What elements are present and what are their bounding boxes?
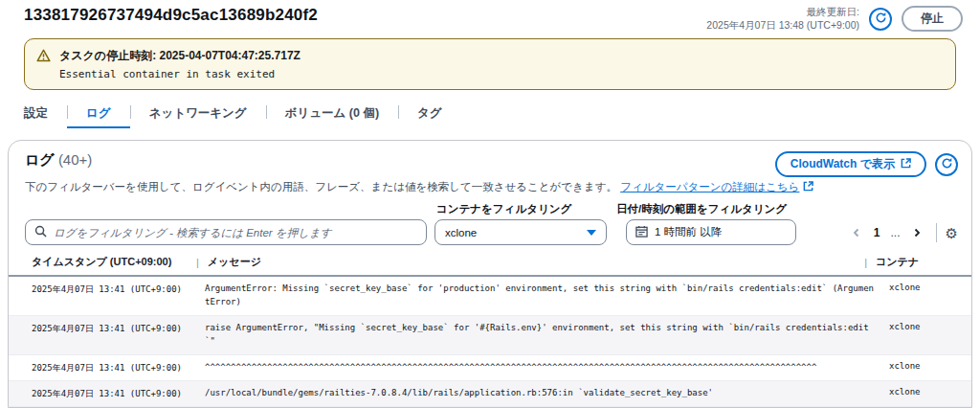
log-filters: コンテナをフィルタリング xclone 日付/時刻の範囲をフィルタリング 1 時… (9, 194, 971, 255)
table-row: 2025年4月07日 13:41 (UTC+9:00)^^^^^^^^^^^^^… (9, 355, 971, 381)
log-filter-input[interactable] (54, 227, 417, 238)
tab-tags[interactable]: タグ (398, 100, 461, 128)
container-filter-label: コンテナをフィルタリング (436, 202, 607, 216)
page-header: 133817926737494d9c5ac13689b240f2 最終更新日: … (0, 0, 980, 34)
log-panel-header: ログ (40+) CloudWatch で表示 (9, 141, 971, 177)
tab-logs[interactable]: ログ (67, 100, 130, 128)
cell-timestamp: 2025年4月07日 13:41 (UTC+9:00) (32, 283, 205, 296)
cell-message: ArgumentError: Missing `secret_key_base`… (205, 283, 889, 309)
warning-icon (36, 49, 51, 80)
table-row: 2025年4月07日 13:41 (UTC+9:00)/usr/local/bu… (9, 381, 971, 407)
page-ellipsis[interactable]: ... (887, 226, 904, 239)
col-header-container: コンテナ (876, 255, 958, 269)
calendar-icon (635, 225, 648, 239)
log-search-box[interactable] (25, 219, 427, 245)
date-range-filter: 日付/時刻の範囲をフィルタリング 1 時間前 以降 (616, 202, 796, 245)
page-number-current[interactable]: 1 (869, 226, 885, 239)
external-link-icon (803, 181, 813, 193)
tab-networking[interactable]: ネットワーキング (130, 100, 266, 128)
alert-message: Essential container in task exited (59, 68, 301, 80)
log-refresh-button[interactable] (935, 153, 958, 176)
date-filter-label: 日付/時刻の範囲をフィルタリング (616, 202, 796, 216)
cloudwatch-button-label: CloudWatch で表示 (791, 156, 895, 172)
pagination: 1 ... ⚙ (846, 223, 958, 245)
log-table-header: タイムスタンプ (UTC+09:00) | メッセージ | コンテナ (9, 255, 971, 277)
refresh-icon (941, 157, 953, 172)
task-stopped-alert: タスクの停止時刻: 2025-04-07T04:47:25.717Z Essen… (24, 38, 956, 90)
log-title-text: ログ (25, 151, 55, 168)
page-title: 133817926737494d9c5ac13689b240f2 (24, 6, 318, 25)
table-row: 2025年4月07日 13:41 (UTC+9:00)raise Argumen… (9, 316, 971, 355)
cell-message: /usr/local/bundle/gems/railties-7.0.8.4/… (205, 387, 889, 400)
log-count-badge: (40+) (58, 151, 92, 168)
refresh-icon (875, 11, 887, 27)
table-row: 2025年4月07日 13:41 (UTC+9:00)ArgumentError… (9, 277, 971, 316)
search-icon (34, 224, 47, 241)
container-filter-select[interactable]: xclone (434, 219, 607, 245)
next-page-button[interactable] (906, 225, 927, 240)
cell-container: xclone (889, 283, 958, 292)
log-panel-description: 下のフィルターバーを使用して、ログイベント内の用語、フレーズ、または値を検索して… (9, 177, 971, 194)
cell-message: raise ArgumentError, "Missing `secret_ke… (205, 322, 889, 349)
col-header-timestamp: タイムスタンプ (UTC+09:00) (32, 255, 196, 269)
date-range-select[interactable]: 1 時間前 以降 (626, 219, 796, 245)
cell-container: xclone (889, 387, 958, 397)
log-panel: ログ (40+) CloudWatch で表示 下のフィルターバーを使用して、ロ… (8, 140, 972, 408)
external-link-icon (901, 158, 911, 171)
alert-body: タスクの停止時刻: 2025-04-07T04:47:25.717Z Essen… (59, 48, 301, 80)
col-header-message: メッセージ (208, 255, 864, 269)
log-panel-actions: CloudWatch で表示 (775, 151, 958, 177)
tab-settings[interactable]: 設定 (24, 100, 67, 128)
divider (936, 223, 937, 242)
cell-message: ^^^^^^^^^^^^^^^^^^^^^^^^^^^^^^^^^^^^^^^^… (205, 361, 889, 374)
container-filter: コンテナをフィルタリング xclone (436, 202, 607, 245)
log-panel-title: ログ (40+) (25, 151, 92, 170)
prev-page-button[interactable] (846, 225, 867, 240)
column-divider: | (864, 257, 867, 268)
cell-timestamp: 2025年4月07日 13:41 (UTC+9:00) (32, 322, 205, 335)
stop-task-button[interactable]: 停止 (902, 6, 963, 32)
refresh-button[interactable] (869, 8, 892, 31)
chevron-down-icon (587, 230, 596, 236)
task-tabs: 設定ログネットワーキングボリューム (0 個)タグ (24, 100, 980, 128)
alert-title: タスクの停止時刻: 2025-04-07T04:47:25.717Z (59, 48, 301, 64)
header-actions: 最終更新日: 2025年4月07日 13:48 (UTC+9:00) 停止 (706, 6, 963, 32)
tab-volumes[interactable]: ボリューム (0 個) (266, 100, 398, 128)
log-table-body: 2025年4月07日 13:41 (UTC+9:00)ArgumentError… (9, 277, 971, 408)
container-filter-value: xclone (445, 227, 477, 238)
filter-pattern-link[interactable]: フィルターパターンの詳細はこちら (620, 181, 799, 193)
last-updated-label: 最終更新日: (706, 6, 859, 18)
date-filter-value: 1 時間前 以降 (655, 225, 722, 239)
last-updated: 最終更新日: 2025年4月07日 13:48 (UTC+9:00) (706, 6, 859, 31)
cell-timestamp: 2025年4月07日 13:41 (UTC+9:00) (32, 361, 205, 374)
description-text: 下のフィルターバーを使用して、ログイベント内の用語、フレーズ、または値を検索して… (25, 181, 617, 193)
column-divider: | (196, 257, 199, 268)
cell-timestamp: 2025年4月07日 13:41 (UTC+9:00) (32, 387, 205, 400)
cell-container: xclone (889, 361, 958, 371)
log-table: タイムスタンプ (UTC+09:00) | メッセージ | コンテナ 2025年… (9, 255, 971, 408)
cell-container: xclone (889, 322, 958, 331)
last-updated-value: 2025年4月07日 13:48 (UTC+9:00) (706, 19, 859, 32)
view-in-cloudwatch-button[interactable]: CloudWatch で表示 (775, 151, 926, 177)
table-settings-gear-icon[interactable]: ⚙ (946, 226, 958, 240)
